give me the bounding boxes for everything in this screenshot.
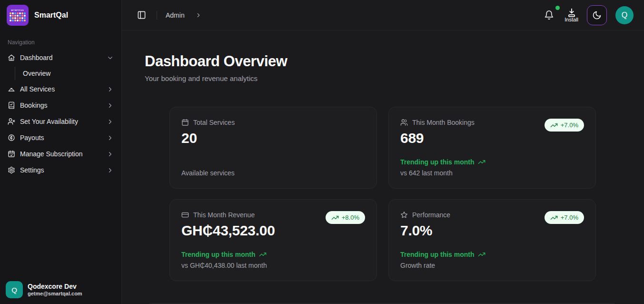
brand-name: SmartQal <box>34 11 68 20</box>
trend-text: Trending up this month <box>181 251 365 258</box>
stat-card-footnote: vs 642 last month <box>400 169 584 177</box>
chevron-right-icon <box>107 86 114 93</box>
sidebar-item-label: Payouts <box>20 134 102 142</box>
nav-section-label: Navigation <box>0 30 121 50</box>
stat-card-label: This Month Revenue <box>193 211 255 219</box>
stat-card-performance: Performance +7.0% 7.0% Trending up this … <box>388 199 596 281</box>
logo-dot-grid <box>10 12 26 21</box>
trending-up-icon <box>550 214 558 222</box>
stats-grid: Total Services 20 Available services Thi… <box>169 107 596 281</box>
book-check-icon <box>8 101 15 109</box>
sidebar-item-settings[interactable]: Settings <box>4 162 118 178</box>
trending-up-icon <box>550 122 558 129</box>
chevron-right-icon <box>107 102 114 109</box>
stat-card-value: 7.0% <box>400 223 584 239</box>
services-bell-icon <box>8 85 15 93</box>
page-subtitle: Your booking and revenue analytics <box>145 74 621 82</box>
trend-text-label: Trending up this month <box>400 251 475 258</box>
home-icon <box>8 54 15 61</box>
install-app-button[interactable]: Install <box>565 8 578 22</box>
trend-badge: +8.0% <box>326 211 365 224</box>
notification-dot <box>555 6 560 10</box>
user-name: Qodexcore Dev <box>28 283 82 290</box>
stat-card-value: GH₵43,523.00 <box>181 223 365 239</box>
stat-card-month-revenue: This Month Revenue +8.0% GH₵43,523.00 Tr… <box>169 199 377 281</box>
users-icon <box>400 119 408 126</box>
chevron-down-icon <box>107 54 114 61</box>
sidebar-item-label: Set Your Availability <box>20 118 102 125</box>
sidebar-nav: Dashboard Overview All Services <box>0 50 121 178</box>
sidebar-item-label: Dashboard <box>20 54 102 61</box>
user-avatar-button[interactable]: Q <box>615 6 634 24</box>
trend-text: Trending up this month <box>400 158 584 166</box>
stat-card-label: Total Services <box>193 119 235 126</box>
stat-card-value: 20 <box>181 130 365 146</box>
sidebar-item-label: Manage Subscription <box>20 150 102 158</box>
calendar-icon <box>181 119 189 126</box>
bell-icon <box>544 10 554 20</box>
stat-card-footer: Trending up this month vs GH₵40,438.00 l… <box>181 251 365 269</box>
sidebar-toggle-button[interactable] <box>135 9 148 21</box>
trend-badge: +7.0% <box>545 211 584 224</box>
notifications-button[interactable] <box>542 8 556 22</box>
trending-up-icon <box>478 251 485 258</box>
stat-card-footnote: Available services <box>181 169 365 177</box>
stat-card-footnote: vs GH₵40,438.00 last month <box>181 262 365 269</box>
sidebar: MTWTFSS SmartQal Navigation Dashboard <box>0 0 122 304</box>
trend-text-label: Trending up this month <box>181 251 256 258</box>
trending-up-icon <box>478 158 485 166</box>
trending-up-icon <box>331 214 339 222</box>
sidebar-item-payouts[interactable]: Payouts <box>4 130 118 146</box>
sidebar-item-label: All Services <box>20 85 102 93</box>
theme-toggle-button[interactable] <box>587 5 607 25</box>
stat-card-footer: Trending up this month vs 642 last month <box>400 158 584 177</box>
stat-card-footnote: Growth rate <box>400 262 584 269</box>
avatar: Q <box>6 281 23 298</box>
user-x-icon <box>8 118 15 125</box>
sidebar-item-dashboard[interactable]: Dashboard <box>4 50 118 66</box>
trend-badge-value: +7.0% <box>561 214 578 221</box>
stat-card-footer: Trending up this month Growth rate <box>400 251 584 269</box>
breadcrumb[interactable]: Admin <box>166 11 185 19</box>
app-window: MTWTFSS SmartQal Navigation Dashboard <box>0 0 644 304</box>
gear-icon <box>8 166 15 174</box>
chevron-right-icon <box>107 151 114 158</box>
trending-up-icon <box>259 251 267 258</box>
stat-card-month-bookings: This Month Bookings +7.0% 689 Trending u… <box>388 107 596 189</box>
stat-card-label: Performance <box>412 211 450 219</box>
trend-text: Trending up this month <box>400 251 584 258</box>
stat-card-value: 689 <box>400 130 584 146</box>
topbar-actions: Install Q <box>542 5 634 25</box>
logo-weekday-row: MTWTFSS <box>11 10 24 11</box>
page-header: Dashboard Overview Your booking and reve… <box>122 30 644 82</box>
stat-card-header: Total Services <box>181 119 365 126</box>
sidebar-item-bookings[interactable]: Bookings <box>4 97 118 113</box>
trend-badge: +7.0% <box>545 119 584 132</box>
panel-left-icon <box>137 10 146 20</box>
trend-badge-value: +7.0% <box>561 122 578 129</box>
chevron-right-icon <box>107 167 114 174</box>
page-title: Dashboard Overview <box>145 53 621 70</box>
smartqal-logo-icon: MTWTFSS <box>7 5 29 26</box>
stat-card-total-services: Total Services 20 Available services <box>169 107 377 189</box>
sidebar-subnav: Overview <box>4 66 118 81</box>
coin-icon <box>8 134 15 142</box>
user-email: getme@smartqal.com <box>28 290 82 297</box>
sidebar-item-manage-subscription[interactable]: Manage Subscription <box>4 146 118 162</box>
star-icon <box>400 211 408 219</box>
main-area: Admin Install <box>122 0 644 304</box>
sidebar-item-all-services[interactable]: All Services <box>4 81 118 97</box>
credit-card-icon <box>181 211 189 219</box>
chevron-right-icon <box>195 12 202 19</box>
trend-badge-value: +8.0% <box>342 214 359 221</box>
brand-header[interactable]: MTWTFSS SmartQal <box>0 0 121 30</box>
sidebar-item-overview[interactable]: Overview <box>15 66 118 81</box>
topbar: Admin Install <box>122 0 644 30</box>
sidebar-user-menu[interactable]: Q Qodexcore Dev getme@smartqal.com <box>0 275 121 304</box>
calendar-sync-icon <box>8 150 15 158</box>
install-button-label: Install <box>565 17 578 22</box>
sidebar-item-set-your-availability[interactable]: Set Your Availability <box>4 113 118 130</box>
chevron-right-icon <box>107 134 114 142</box>
sidebar-item-label: Overview <box>23 70 50 77</box>
chevron-right-icon <box>107 118 114 125</box>
